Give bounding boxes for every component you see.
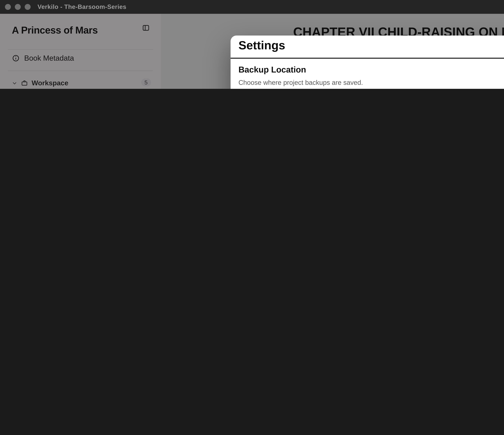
- close-traffic-light[interactable]: [5, 4, 11, 10]
- backup-location-heading: Backup Location: [238, 65, 306, 75]
- settings-dialog: Settings Backup Location Choose where pr…: [231, 35, 504, 89]
- window-titlebar: Verkilo - The-Barsoom-Series: [0, 0, 504, 14]
- backup-location-desc: Choose where project backups are saved.: [238, 79, 363, 86]
- divider: [231, 58, 504, 59]
- settings-title: Settings: [238, 38, 285, 52]
- screen: Verkilo - The-Barsoom-Series A Princess …: [0, 0, 504, 89]
- minimize-traffic-light[interactable]: [15, 4, 21, 10]
- window-title: Verkilo - The-Barsoom-Series: [37, 3, 126, 10]
- zoom-traffic-light[interactable]: [25, 4, 31, 10]
